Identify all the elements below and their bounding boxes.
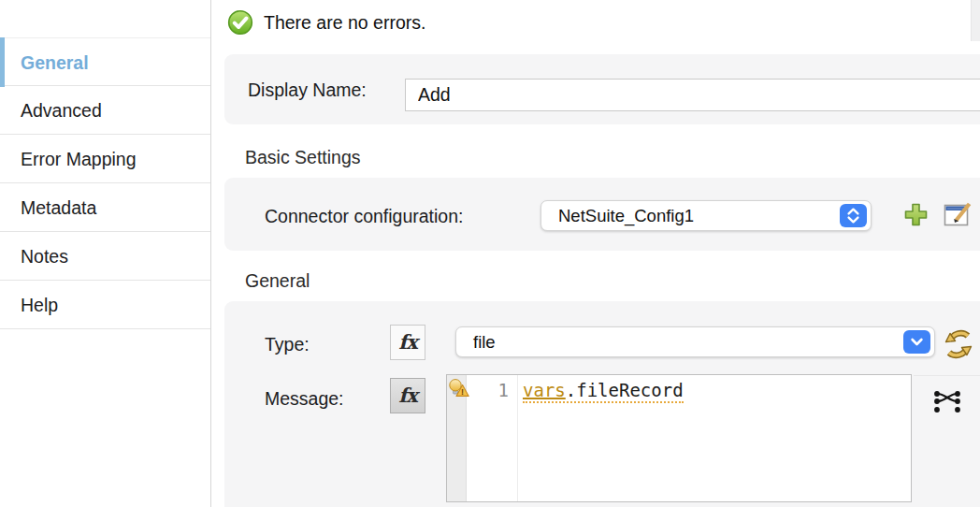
chevron-down-icon: [903, 330, 930, 354]
editor-gutter-separator: [517, 375, 518, 501]
display-name-input[interactable]: [405, 79, 980, 111]
add-config-button plus-icon[interactable]: [902, 201, 930, 228]
refresh-metadata-button refresh-icon[interactable]: [943, 326, 974, 363]
sidebar-divider: [210, 0, 211, 507]
sidebar-item-error-mapping[interactable]: Error Mapping: [0, 135, 210, 183]
sidebar-item-general[interactable]: General: [0, 37, 210, 86]
message-expression-editor[interactable]: ! 1 vars.fileRecord: [446, 374, 912, 502]
edit-config-button edit-icon[interactable]: [944, 201, 973, 228]
sidebar-item-label: Notes: [21, 246, 68, 267]
sidebar-item-label: General: [21, 52, 89, 73]
message-fx-toggle-button[interactable]: fx: [390, 378, 425, 413]
corner-strip: [971, 0, 980, 41]
connector-configuration-value: NetSuite_Config1: [558, 201, 694, 230]
editor-line-number: 1: [468, 380, 509, 400]
display-name-label: Display Name:: [248, 80, 367, 101]
connector-configuration-label: Connector configuration:: [265, 206, 463, 227]
code-rest-token: .fileRecord: [566, 380, 684, 400]
editor-toolbar-divider: [914, 375, 980, 376]
message-label: Message:: [265, 388, 344, 410]
connector-configuration-select[interactable]: NetSuite_Config1: [540, 200, 872, 231]
basic-settings-panel: Connector configuration: NetSuite_Config…: [224, 178, 980, 251]
sidebar-item-label: Advanced: [21, 100, 102, 121]
properties-sidebar: General Advanced Error Mapping Metadata …: [0, 0, 211, 507]
select-stepper-icon: [840, 204, 867, 227]
code-vars-token: vars: [523, 380, 566, 400]
sidebar-item-metadata[interactable]: Metadata: [0, 183, 210, 232]
lightbulb-warning-icon[interactable]: !: [447, 378, 469, 398]
svg-text:!: !: [461, 387, 464, 397]
sidebar-item-notes[interactable]: Notes: [0, 232, 210, 281]
sidebar-item-help[interactable]: Help: [0, 281, 210, 329]
fx-icon: fx: [391, 326, 425, 358]
display-name-panel: Display Name:: [224, 54, 980, 124]
general-heading: General: [245, 270, 310, 292]
active-tab-indicator: [0, 37, 5, 87]
general-panel: Type: fx file Message: fx: [224, 301, 980, 507]
sidebar-item-advanced[interactable]: Advanced: [0, 86, 210, 135]
sidebar-item-label: Metadata: [21, 197, 96, 218]
transform-mapping-icon[interactable]: [932, 386, 962, 416]
type-select[interactable]: file: [455, 326, 935, 357]
properties-main-panel: There are no errors. Display Name: Basic…: [212, 0, 980, 507]
sidebar-item-label: Help: [21, 295, 58, 315]
type-value: file: [473, 327, 496, 356]
fx-icon: fx: [391, 379, 425, 412]
type-label: Type:: [265, 334, 310, 355]
status-message: There are no errors.: [264, 12, 425, 34]
type-fx-toggle-button[interactable]: fx: [390, 325, 425, 360]
basic-settings-heading: Basic Settings: [245, 147, 361, 168]
editor-code-line[interactable]: vars.fileRecord: [523, 380, 684, 400]
check-circle-icon: [227, 9, 253, 36]
sidebar-item-label: Error Mapping: [21, 149, 137, 169]
